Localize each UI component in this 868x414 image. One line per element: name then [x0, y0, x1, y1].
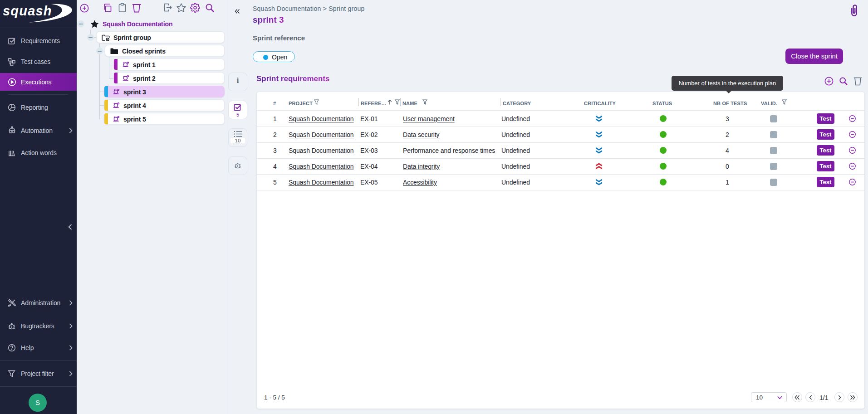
svg-text:squash: squash	[3, 4, 52, 18]
